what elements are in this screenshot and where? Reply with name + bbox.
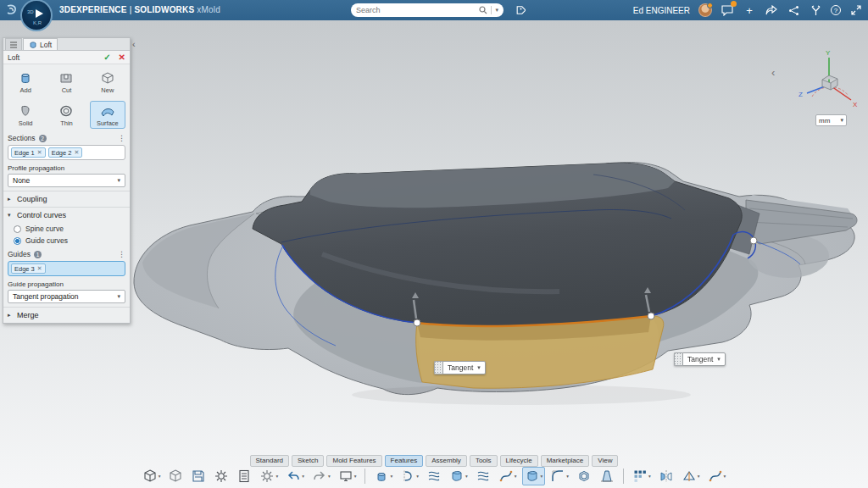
chevron-down-icon: ▾ [8,212,14,219]
share-icon[interactable] [765,3,778,17]
spline-button[interactable]: ▾ [496,467,520,485]
profile-propagation-dropdown[interactable]: None ▾ [8,174,125,187]
new-body-icon [99,70,116,86]
chevron-down-icon[interactable]: ▾ [495,7,498,14]
chevron-down-icon[interactable]: ▾ [717,356,721,363]
new-model-button[interactable] [165,467,186,485]
options-button[interactable] [211,467,231,485]
sections-selection-input[interactable]: Edge 1 ✕ Edge 2 ✕ [8,145,125,160]
control-curves-section-header[interactable]: ▾ Control curves [3,207,130,223]
tab-lifecycle[interactable]: Lifecycle [500,455,538,467]
revolve-boss-button[interactable]: ▾ [398,467,421,485]
tab-sketch[interactable]: Sketch [292,455,324,467]
radio-checked-icon[interactable] [14,237,21,245]
lofted-boss-button[interactable]: ▾ [447,467,470,485]
merge-section-header[interactable]: ▸ Merge [3,307,130,323]
add-button[interactable]: Add [8,68,43,96]
handle-edge-1[interactable] [414,319,420,326]
surface-button[interactable]: Surface [90,101,125,129]
3dexperience-compass[interactable]: 3D K,R [20,0,53,31]
redo-button[interactable]: ▾ [309,467,333,485]
tab-tools[interactable]: Tools [470,455,498,467]
units-dropdown[interactable]: mm ▾ [815,114,847,126]
linear-pattern-button[interactable]: ▾ [630,467,654,485]
tab-marketplace[interactable]: Marketplace [541,455,590,467]
callout-grip-icon[interactable] [434,361,442,374]
handle-edge-2[interactable] [648,313,654,319]
profile-propagation-label: Profile propagation [3,162,130,172]
selection-chip[interactable]: Edge 1 ✕ [11,147,46,158]
chip-close-icon[interactable]: ✕ [74,149,79,156]
cut-button[interactable]: Cut [48,68,84,96]
guide-curves-radio[interactable]: Guide curves [3,235,130,247]
global-search[interactable]: ▾ [351,3,504,17]
fillet-button[interactable]: ▾ [548,467,571,485]
curves-button[interactable]: ▾ [705,467,729,485]
draft-button[interactable] [597,467,617,485]
search-icon[interactable] [479,6,487,14]
3ds-logo-icon[interactable] [4,3,19,21]
tags-icon[interactable] [512,3,527,17]
collaborate-icon[interactable] [787,3,800,17]
selection-chip[interactable]: Edge 3 ✕ [11,263,46,274]
save-button[interactable] [188,467,209,485]
callout-grip-icon[interactable] [674,352,682,366]
undo-button[interactable]: ▾ [283,467,307,485]
y-axis-label: Y [826,49,831,57]
triad-pan-left-icon[interactable]: ‹ [771,66,775,79]
panel-tab-tree[interactable] [5,38,22,50]
fullscreen-icon[interactable] [849,3,863,17]
properties-button[interactable] [234,467,254,485]
tangent-callout-left[interactable]: Tangent ▾ [434,361,486,374]
guides-menu-icon[interactable]: ⋮ [118,250,125,258]
tab-mold-features[interactable]: Mold Features [326,455,381,467]
new-button[interactable]: New [90,68,125,96]
panel-collapse-icon[interactable]: ‹ [132,39,136,49]
boundary-boss-button[interactable] [473,467,493,485]
chevron-down-icon[interactable]: ▾ [477,364,481,371]
display-settings-button[interactable]: ▾ [336,467,359,485]
guide-propagation-dropdown[interactable]: Tangent propagation ▾ [8,290,125,303]
loft-feature-icon [29,41,37,49]
tab-assembly[interactable]: Assembly [426,455,467,467]
thin-button[interactable]: Thin [48,101,84,129]
handle-edge-3[interactable] [750,237,757,244]
topbar-right-cluster: Ed ENGINEER + ? [633,0,863,20]
coupling-section-header[interactable]: ▸ Coupling [3,191,130,207]
cancel-icon[interactable]: ✕ [119,53,125,62]
spine-curve-radio[interactable]: Spine curve [3,223,130,235]
tab-features[interactable]: Features [385,455,424,467]
chip-close-icon[interactable]: ✕ [37,265,42,272]
panel-tab-loft[interactable]: Loft [23,38,58,50]
shell-button[interactable] [574,467,594,485]
chip-close-icon[interactable]: ✕ [37,149,42,156]
radio-unchecked-icon[interactable] [14,225,21,233]
messages-icon[interactable] [721,3,734,17]
mirror-button[interactable] [656,467,676,485]
surface-loft-button[interactable]: ▾ [522,467,546,485]
toolbar-separator [623,469,624,484]
open-model-button[interactable]: ▾ [140,467,164,485]
user-name[interactable]: Ed ENGINEER [633,6,690,15]
confirm-icon[interactable]: ✓ [103,53,110,62]
settings-gears-button[interactable]: ▾ [257,467,281,485]
reference-geometry-button[interactable]: ▾ [679,467,703,485]
search-input[interactable] [356,6,476,14]
solid-button[interactable]: Solid [8,101,43,129]
sections-menu-icon[interactable]: ⋮ [118,134,125,142]
swept-boss-button[interactable] [424,467,444,485]
extrude-boss-button[interactable]: ▾ [371,467,395,485]
thin-icon [58,103,75,119]
guides-selection-input[interactable]: Edge 3 ✕ [8,261,125,276]
view-orientation-triad[interactable]: Y X Z [797,47,861,114]
loft-command-panel: Loft Loft ✓ ✕ Add Cut New Solid Thin [3,37,131,324]
tangent-callout-right[interactable]: Tangent ▾ [674,352,726,366]
communities-icon[interactable] [809,3,822,17]
user-avatar[interactable] [698,3,712,17]
add-content-icon[interactable]: + [743,3,756,17]
compass-play-icon[interactable] [36,9,43,18]
help-icon[interactable]: ? [831,5,841,15]
tab-standard[interactable]: Standard [250,455,289,467]
tab-view[interactable]: View [592,455,618,467]
selection-chip[interactable]: Edge 2 ✕ [48,147,83,158]
